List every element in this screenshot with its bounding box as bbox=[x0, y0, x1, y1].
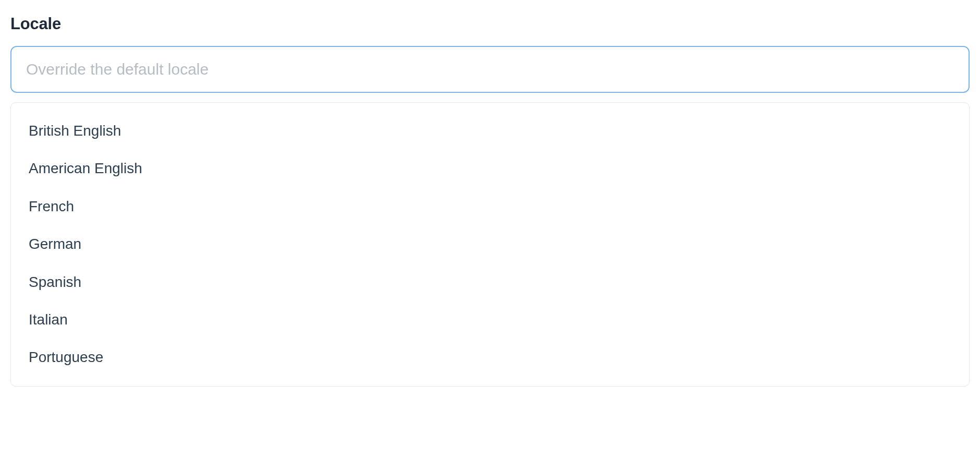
locale-label: Locale bbox=[10, 15, 970, 33]
locale-dropdown: British English American English French … bbox=[10, 102, 970, 387]
locale-option-american-english[interactable]: American English bbox=[11, 150, 969, 187]
locale-input[interactable] bbox=[10, 46, 970, 93]
locale-input-wrapper bbox=[10, 46, 970, 93]
locale-field-container: Locale British English American English … bbox=[10, 15, 970, 387]
locale-option-french[interactable]: French bbox=[11, 188, 969, 225]
locale-option-italian[interactable]: Italian bbox=[11, 301, 969, 339]
locale-option-british-english[interactable]: British English bbox=[11, 112, 969, 150]
locale-option-german[interactable]: German bbox=[11, 225, 969, 263]
locale-option-spanish[interactable]: Spanish bbox=[11, 263, 969, 301]
locale-option-portuguese[interactable]: Portuguese bbox=[11, 339, 969, 376]
